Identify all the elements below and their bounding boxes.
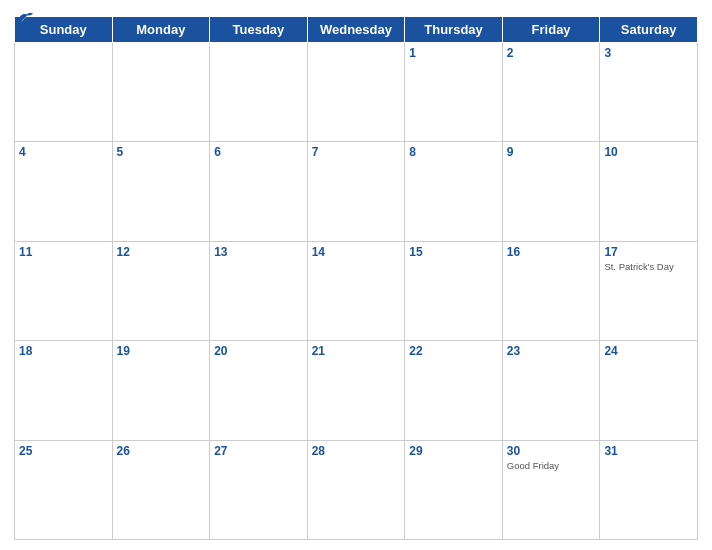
calendar-wrapper: SundayMondayTuesdayWednesdayThursdayFrid…: [0, 0, 712, 550]
calendar-cell: 26: [112, 440, 210, 539]
weekday-header-monday: Monday: [112, 17, 210, 43]
calendar-cell: 13: [210, 241, 308, 340]
day-number: 6: [214, 145, 303, 159]
weekday-header-saturday: Saturday: [600, 17, 698, 43]
day-number: 20: [214, 344, 303, 358]
day-number: 29: [409, 444, 498, 458]
calendar-table: SundayMondayTuesdayWednesdayThursdayFrid…: [14, 16, 698, 540]
day-number: 8: [409, 145, 498, 159]
day-number: 15: [409, 245, 498, 259]
day-number: 12: [117, 245, 206, 259]
calendar-cell: 20: [210, 341, 308, 440]
calendar-cell: 6: [210, 142, 308, 241]
day-number: 11: [19, 245, 108, 259]
calendar-cell: 16: [502, 241, 600, 340]
calendar-cell: 8: [405, 142, 503, 241]
calendar-cell: 22: [405, 341, 503, 440]
logo: [14, 10, 34, 24]
weekday-header-row: SundayMondayTuesdayWednesdayThursdayFrid…: [15, 17, 698, 43]
day-number: 10: [604, 145, 693, 159]
calendar-cell: 18: [15, 341, 113, 440]
calendar-cell: 2: [502, 43, 600, 142]
day-number: 21: [312, 344, 401, 358]
day-number: 22: [409, 344, 498, 358]
weekday-header-tuesday: Tuesday: [210, 17, 308, 43]
weekday-header-thursday: Thursday: [405, 17, 503, 43]
logo-bird-icon: [16, 10, 34, 24]
calendar-cell: 29: [405, 440, 503, 539]
calendar-cell: 3: [600, 43, 698, 142]
calendar-cell: 21: [307, 341, 405, 440]
day-number: 18: [19, 344, 108, 358]
calendar-cell: 5: [112, 142, 210, 241]
week-row-4: 18192021222324: [15, 341, 698, 440]
day-number: 7: [312, 145, 401, 159]
day-number: 24: [604, 344, 693, 358]
day-number: 16: [507, 245, 596, 259]
week-row-3: 11121314151617St. Patrick's Day: [15, 241, 698, 340]
day-number: 19: [117, 344, 206, 358]
day-number: 28: [312, 444, 401, 458]
day-number: 23: [507, 344, 596, 358]
event-label: St. Patrick's Day: [604, 261, 693, 272]
calendar-cell: 17St. Patrick's Day: [600, 241, 698, 340]
calendar-cell: 23: [502, 341, 600, 440]
day-number: 3: [604, 46, 693, 60]
calendar-cell: [112, 43, 210, 142]
calendar-cell: [210, 43, 308, 142]
calendar-cell: 24: [600, 341, 698, 440]
calendar-cell: [15, 43, 113, 142]
day-number: 9: [507, 145, 596, 159]
calendar-cell: [307, 43, 405, 142]
day-number: 1: [409, 46, 498, 60]
weekday-header-friday: Friday: [502, 17, 600, 43]
calendar-cell: 7: [307, 142, 405, 241]
day-number: 17: [604, 245, 693, 259]
calendar-cell: 28: [307, 440, 405, 539]
calendar-cell: 11: [15, 241, 113, 340]
weekday-header-wednesday: Wednesday: [307, 17, 405, 43]
day-number: 14: [312, 245, 401, 259]
calendar-cell: 4: [15, 142, 113, 241]
event-label: Good Friday: [507, 460, 596, 471]
day-number: 4: [19, 145, 108, 159]
calendar-cell: 14: [307, 241, 405, 340]
calendar-cell: 30Good Friday: [502, 440, 600, 539]
day-number: 26: [117, 444, 206, 458]
day-number: 13: [214, 245, 303, 259]
day-number: 30: [507, 444, 596, 458]
week-row-1: 123: [15, 43, 698, 142]
calendar-cell: 12: [112, 241, 210, 340]
logo-blue: [14, 10, 34, 24]
week-row-5: 252627282930Good Friday31: [15, 440, 698, 539]
calendar-cell: 19: [112, 341, 210, 440]
calendar-cell: 15: [405, 241, 503, 340]
calendar-cell: 25: [15, 440, 113, 539]
calendar-cell: 27: [210, 440, 308, 539]
week-row-2: 45678910: [15, 142, 698, 241]
calendar-cell: 31: [600, 440, 698, 539]
day-number: 5: [117, 145, 206, 159]
day-number: 2: [507, 46, 596, 60]
calendar-cell: 1: [405, 43, 503, 142]
calendar-cell: 9: [502, 142, 600, 241]
day-number: 31: [604, 444, 693, 458]
day-number: 27: [214, 444, 303, 458]
day-number: 25: [19, 444, 108, 458]
calendar-cell: 10: [600, 142, 698, 241]
